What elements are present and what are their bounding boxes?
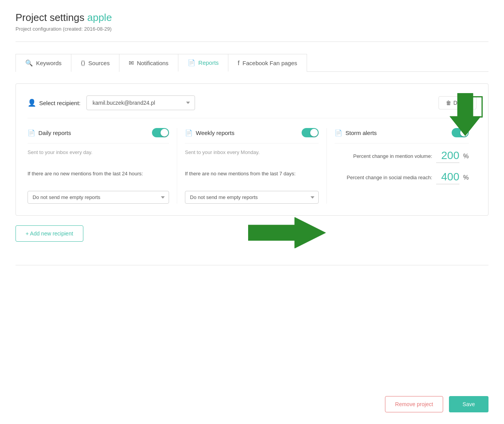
report-icon: 📄	[188, 59, 195, 66]
tab-facebook[interactable]: f Facebook Fan pages	[228, 54, 307, 72]
weekly-reports-header: 📄 Weekly reports	[185, 128, 319, 144]
daily-reports-col: 📄 Daily reports Sent to your inbox every…	[28, 128, 177, 204]
mail-icon: ✉	[129, 59, 134, 67]
storm-reach-value: 400	[436, 171, 459, 184]
storm-alerts-header: 📄 Storm alerts	[335, 128, 469, 144]
tab-sources-label: Sources	[88, 60, 110, 66]
daily-select[interactable]: Do not send me empty reports Send me emp…	[28, 191, 169, 204]
svg-marker-1	[248, 217, 326, 248]
header-divider	[16, 42, 488, 42]
tab-keywords[interactable]: 🔍 Keywords	[16, 54, 71, 72]
storm-mention-value: 200	[436, 149, 459, 163]
storm-reach-label: Percent change in social media reach:	[335, 175, 432, 180]
facebook-icon: f	[238, 60, 239, 67]
storm-reach-row: Percent change in social media reach: 40…	[335, 171, 469, 184]
tab-keywords-label: Keywords	[36, 60, 62, 66]
tab-sources[interactable]: ⟨⟩ Sources	[71, 54, 119, 72]
share-icon: ⟨⟩	[81, 59, 85, 67]
tab-bar: 🔍 Keywords ⟨⟩ Sources ✉ Notifications 📄 …	[16, 54, 488, 72]
arrow-right-annotation	[248, 217, 326, 248]
weekly-reports-title: 📄 Weekly reports	[185, 129, 235, 137]
project-name: apple	[87, 12, 112, 23]
bottom-divider	[16, 265, 488, 265]
weekly-reports-toggle[interactable]	[302, 128, 319, 137]
daily-condition: If there are no new mentions from the la…	[28, 171, 169, 186]
page-subtitle: Project configuration (created: 2016-08-…	[16, 26, 488, 32]
weekly-select[interactable]: Do not send me empty reports Send me emp…	[185, 191, 319, 204]
storm-reach-unit: %	[463, 174, 469, 181]
tab-notifications[interactable]: ✉ Notifications	[119, 54, 178, 72]
weekly-report-icon: 📄	[185, 129, 193, 137]
storm-mention-label: Percent change in mention volume:	[335, 153, 432, 159]
tab-notifications-label: Notifications	[137, 60, 169, 66]
recipient-select[interactable]: kamil.buczek@brand24.pl	[86, 95, 195, 110]
arrow-down-annotation	[450, 93, 481, 136]
recipient-label: 👤 Select recipient:	[28, 99, 81, 107]
reports-grid: 📄 Daily reports Sent to your inbox every…	[28, 128, 476, 204]
storm-mention-unit: %	[463, 153, 469, 160]
daily-description: Sent to your inbox every day.	[28, 149, 169, 165]
page-title: Project settings apple	[16, 12, 488, 24]
daily-reports-toggle[interactable]	[152, 128, 169, 137]
daily-reports-header: 📄 Daily reports	[28, 128, 169, 144]
weekly-description: Sent to your inbox every Monday.	[185, 149, 319, 165]
person-icon: 👤	[28, 99, 36, 107]
weekly-reports-col: 📄 Weekly reports Sent to your inbox ever…	[177, 128, 327, 204]
weekly-condition: If there are no new mentions from the la…	[185, 171, 319, 186]
storm-alerts-col: 📄 Storm alerts Percent change in mention…	[327, 128, 476, 204]
storm-mention-row: Percent change in mention volume: 200 %	[335, 149, 469, 163]
search-icon: 🔍	[25, 59, 33, 67]
save-button[interactable]: Save	[449, 396, 488, 412]
tab-reports[interactable]: 📄 Reports	[178, 54, 229, 72]
bottom-actions: Remove project Save	[385, 396, 488, 412]
storm-icon: 📄	[335, 129, 342, 137]
reports-card: 👤 Select recipient: kamil.buczek@brand24…	[16, 83, 488, 216]
svg-marker-0	[450, 93, 481, 136]
storm-alerts-title: 📄 Storm alerts	[335, 129, 377, 137]
tab-reports-label: Reports	[198, 59, 219, 66]
tab-facebook-label: Facebook Fan pages	[243, 60, 297, 66]
remove-project-button[interactable]: Remove project	[385, 396, 443, 412]
daily-report-icon: 📄	[28, 129, 35, 137]
recipient-row: 👤 Select recipient: kamil.buczek@brand24…	[28, 95, 476, 118]
add-recipient-button[interactable]: + Add new recipient	[16, 225, 83, 242]
daily-reports-title: 📄 Daily reports	[28, 129, 71, 137]
